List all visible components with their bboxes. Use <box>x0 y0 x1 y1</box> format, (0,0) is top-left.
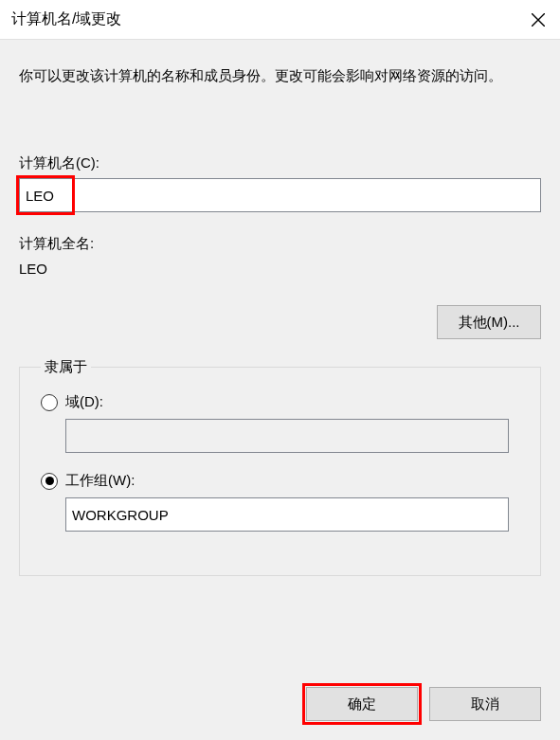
cancel-button[interactable]: 取消 <box>429 687 541 721</box>
computer-name-input[interactable] <box>19 178 541 212</box>
close-icon <box>532 13 545 27</box>
description-text: 你可以更改该计算机的名称和成员身份。更改可能会影响对网络资源的访问。 <box>19 63 541 88</box>
titlebar: 计算机名/域更改 <box>0 0 560 40</box>
computer-name-input-wrap <box>19 178 541 212</box>
membership-group: 隶属于 域(D): 工作组(W): <box>19 358 541 576</box>
dialog-body: 你可以更改该计算机的名称和成员身份。更改可能会影响对网络资源的访问。 计算机名(… <box>0 40 560 740</box>
workgroup-radio[interactable] <box>41 473 58 490</box>
workgroup-radio-row[interactable]: 工作组(W): <box>41 472 519 490</box>
domain-radio-label: 域(D): <box>65 393 103 411</box>
domain-input <box>65 419 509 453</box>
membership-legend: 隶属于 <box>41 358 91 376</box>
close-button[interactable] <box>516 0 560 40</box>
domain-radio[interactable] <box>41 394 58 411</box>
workgroup-radio-label: 工作组(W): <box>65 472 135 490</box>
full-name-value: LEO <box>19 261 541 277</box>
workgroup-input[interactable] <box>65 497 509 532</box>
dialog-footer: 确定 取消 <box>306 687 541 721</box>
computer-name-label: 计算机名(C): <box>19 154 541 172</box>
more-button[interactable]: 其他(M)... <box>437 305 541 339</box>
ok-button[interactable]: 确定 <box>306 687 418 721</box>
domain-radio-row[interactable]: 域(D): <box>41 393 519 411</box>
full-name-label: 计算机全名: <box>19 235 541 253</box>
dialog-title: 计算机名/域更改 <box>11 9 121 29</box>
